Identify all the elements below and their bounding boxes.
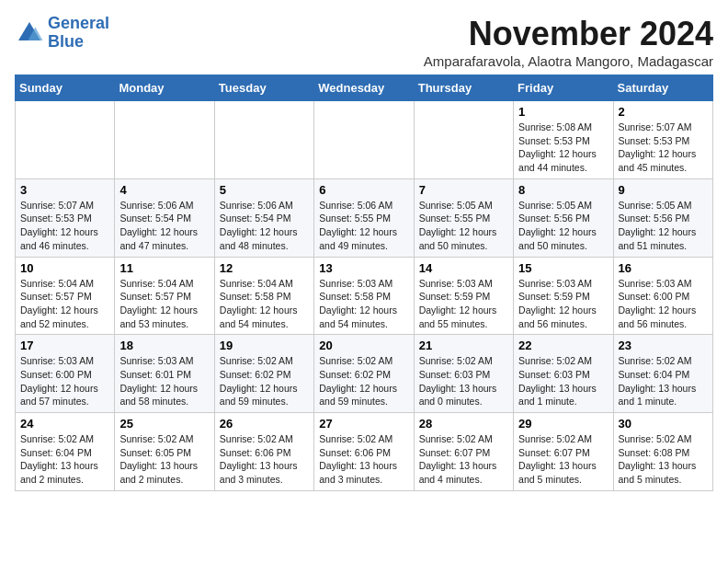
day-content: Sunrise: 5:04 AM Sunset: 5:58 PM Dayligh… xyxy=(220,277,309,331)
calendar-cell: 4Sunrise: 5:06 AM Sunset: 5:54 PM Daylig… xyxy=(115,178,214,257)
day-number: 24 xyxy=(20,417,109,431)
title-area: November 2024 Amparafaravola, Alaotra Ma… xyxy=(424,15,713,69)
day-content: Sunrise: 5:04 AM Sunset: 5:57 PM Dayligh… xyxy=(20,277,109,331)
day-number: 3 xyxy=(20,183,109,197)
day-content: Sunrise: 5:02 AM Sunset: 6:02 PM Dayligh… xyxy=(220,354,309,408)
day-number: 5 xyxy=(220,183,309,197)
calendar-table: SundayMondayTuesdayWednesdayThursdayFrid… xyxy=(15,75,713,491)
calendar-cell: 26Sunrise: 5:02 AM Sunset: 6:06 PM Dayli… xyxy=(214,413,313,491)
week-row-2: 3Sunrise: 5:07 AM Sunset: 5:53 PM Daylig… xyxy=(16,178,713,257)
calendar-cell: 11Sunrise: 5:04 AM Sunset: 5:57 PM Dayli… xyxy=(115,257,214,335)
calendar-cell: 16Sunrise: 5:03 AM Sunset: 6:00 PM Dayli… xyxy=(613,257,712,335)
day-content: Sunrise: 5:04 AM Sunset: 5:57 PM Dayligh… xyxy=(119,277,209,331)
day-number: 29 xyxy=(518,417,608,431)
calendar-cell: 7Sunrise: 5:05 AM Sunset: 5:55 PM Daylig… xyxy=(414,178,513,257)
day-number: 27 xyxy=(319,417,408,431)
day-content: Sunrise: 5:03 AM Sunset: 6:00 PM Dayligh… xyxy=(619,277,708,331)
day-number: 4 xyxy=(119,183,209,197)
day-content: Sunrise: 5:06 AM Sunset: 5:54 PM Dayligh… xyxy=(119,199,209,253)
day-content: Sunrise: 5:06 AM Sunset: 5:54 PM Dayligh… xyxy=(220,199,309,253)
week-row-1: 1Sunrise: 5:08 AM Sunset: 5:53 PM Daylig… xyxy=(16,101,713,179)
day-content: Sunrise: 5:02 AM Sunset: 6:02 PM Dayligh… xyxy=(319,354,408,408)
day-content: Sunrise: 5:07 AM Sunset: 5:53 PM Dayligh… xyxy=(619,121,708,175)
calendar-cell: 29Sunrise: 5:02 AM Sunset: 6:07 PM Dayli… xyxy=(514,413,613,491)
calendar-cell: 24Sunrise: 5:02 AM Sunset: 6:04 PM Dayli… xyxy=(16,413,115,491)
calendar-cell xyxy=(414,101,513,179)
calendar-cell: 3Sunrise: 5:07 AM Sunset: 5:53 PM Daylig… xyxy=(16,178,115,257)
calendar-cell: 27Sunrise: 5:02 AM Sunset: 6:06 PM Dayli… xyxy=(314,413,414,491)
logo-line1: General xyxy=(48,14,109,32)
calendar-cell: 13Sunrise: 5:03 AM Sunset: 5:58 PM Dayli… xyxy=(314,257,414,335)
weekday-header-tuesday: Tuesday xyxy=(214,75,313,101)
calendar-cell: 21Sunrise: 5:02 AM Sunset: 6:03 PM Dayli… xyxy=(414,335,513,413)
weekday-header-sunday: Sunday xyxy=(16,75,115,101)
logo-line2: Blue xyxy=(48,32,84,51)
day-content: Sunrise: 5:03 AM Sunset: 5:58 PM Dayligh… xyxy=(319,277,408,331)
weekday-header-wednesday: Wednesday xyxy=(314,75,414,101)
calendar-cell: 12Sunrise: 5:04 AM Sunset: 5:58 PM Dayli… xyxy=(214,257,313,335)
calendar-cell: 8Sunrise: 5:05 AM Sunset: 5:56 PM Daylig… xyxy=(514,178,613,257)
calendar-cell: 9Sunrise: 5:05 AM Sunset: 5:56 PM Daylig… xyxy=(613,178,712,257)
day-content: Sunrise: 5:03 AM Sunset: 6:01 PM Dayligh… xyxy=(119,354,209,408)
logo-icon xyxy=(15,18,44,48)
calendar-cell: 1Sunrise: 5:08 AM Sunset: 5:53 PM Daylig… xyxy=(514,101,613,179)
calendar-cell: 6Sunrise: 5:06 AM Sunset: 5:55 PM Daylig… xyxy=(314,178,414,257)
calendar-cell xyxy=(115,101,214,179)
day-content: Sunrise: 5:07 AM Sunset: 5:53 PM Dayligh… xyxy=(20,199,109,253)
day-number: 8 xyxy=(518,183,608,197)
day-content: Sunrise: 5:02 AM Sunset: 6:07 PM Dayligh… xyxy=(518,432,608,487)
calendar-cell xyxy=(16,101,115,179)
day-content: Sunrise: 5:05 AM Sunset: 5:55 PM Dayligh… xyxy=(419,199,508,253)
day-number: 28 xyxy=(419,417,508,431)
calendar-cell xyxy=(314,101,414,179)
calendar-cell: 10Sunrise: 5:04 AM Sunset: 5:57 PM Dayli… xyxy=(16,257,115,335)
day-number: 12 xyxy=(220,261,309,275)
day-number: 20 xyxy=(319,339,408,352)
week-row-4: 17Sunrise: 5:03 AM Sunset: 6:00 PM Dayli… xyxy=(16,335,713,413)
calendar-cell: 30Sunrise: 5:02 AM Sunset: 6:08 PM Dayli… xyxy=(613,413,712,491)
day-number: 18 xyxy=(119,339,209,352)
day-content: Sunrise: 5:05 AM Sunset: 5:56 PM Dayligh… xyxy=(518,199,608,253)
calendar-cell: 20Sunrise: 5:02 AM Sunset: 6:02 PM Dayli… xyxy=(314,335,414,413)
day-number: 21 xyxy=(419,339,508,352)
calendar-cell: 15Sunrise: 5:03 AM Sunset: 5:59 PM Dayli… xyxy=(514,257,613,335)
week-row-5: 24Sunrise: 5:02 AM Sunset: 6:04 PM Dayli… xyxy=(16,413,713,491)
weekday-header-thursday: Thursday xyxy=(414,75,513,101)
weekday-header-friday: Friday xyxy=(514,75,613,101)
calendar-cell: 14Sunrise: 5:03 AM Sunset: 5:59 PM Dayli… xyxy=(414,257,513,335)
day-content: Sunrise: 5:02 AM Sunset: 6:04 PM Dayligh… xyxy=(20,432,109,487)
weekday-header-monday: Monday xyxy=(115,75,214,101)
day-number: 13 xyxy=(319,261,408,275)
day-content: Sunrise: 5:02 AM Sunset: 6:06 PM Dayligh… xyxy=(220,432,309,487)
day-number: 14 xyxy=(419,261,508,275)
day-content: Sunrise: 5:02 AM Sunset: 6:06 PM Dayligh… xyxy=(319,432,408,487)
weekday-header-saturday: Saturday xyxy=(613,75,712,101)
day-number: 2 xyxy=(619,105,708,119)
day-content: Sunrise: 5:02 AM Sunset: 6:03 PM Dayligh… xyxy=(518,354,608,408)
calendar-cell: 5Sunrise: 5:06 AM Sunset: 5:54 PM Daylig… xyxy=(214,178,313,257)
calendar-cell: 25Sunrise: 5:02 AM Sunset: 6:05 PM Dayli… xyxy=(115,413,214,491)
calendar-cell: 28Sunrise: 5:02 AM Sunset: 6:07 PM Dayli… xyxy=(414,413,513,491)
day-content: Sunrise: 5:03 AM Sunset: 6:00 PM Dayligh… xyxy=(20,354,109,408)
calendar-cell: 17Sunrise: 5:03 AM Sunset: 6:00 PM Dayli… xyxy=(16,335,115,413)
day-number: 25 xyxy=(119,417,209,431)
day-content: Sunrise: 5:08 AM Sunset: 5:53 PM Dayligh… xyxy=(518,121,608,175)
page-header: General Blue November 2024 Amparafaravol… xyxy=(15,15,713,69)
day-number: 30 xyxy=(619,417,708,431)
day-number: 23 xyxy=(619,339,708,352)
day-number: 16 xyxy=(619,261,708,275)
calendar-cell: 22Sunrise: 5:02 AM Sunset: 6:03 PM Dayli… xyxy=(514,335,613,413)
week-row-3: 10Sunrise: 5:04 AM Sunset: 5:57 PM Dayli… xyxy=(16,257,713,335)
location: Amparafaravola, Alaotra Mangoro, Madagas… xyxy=(424,53,713,69)
calendar-cell xyxy=(214,101,313,179)
day-number: 15 xyxy=(518,261,608,275)
day-number: 10 xyxy=(20,261,109,275)
day-content: Sunrise: 5:02 AM Sunset: 6:07 PM Dayligh… xyxy=(419,432,508,487)
day-number: 22 xyxy=(518,339,608,352)
day-number: 11 xyxy=(119,261,209,275)
calendar-cell: 2Sunrise: 5:07 AM Sunset: 5:53 PM Daylig… xyxy=(613,101,712,179)
logo: General Blue xyxy=(15,15,109,52)
day-content: Sunrise: 5:02 AM Sunset: 6:05 PM Dayligh… xyxy=(119,432,209,487)
day-number: 1 xyxy=(518,105,608,119)
day-number: 7 xyxy=(419,183,508,197)
